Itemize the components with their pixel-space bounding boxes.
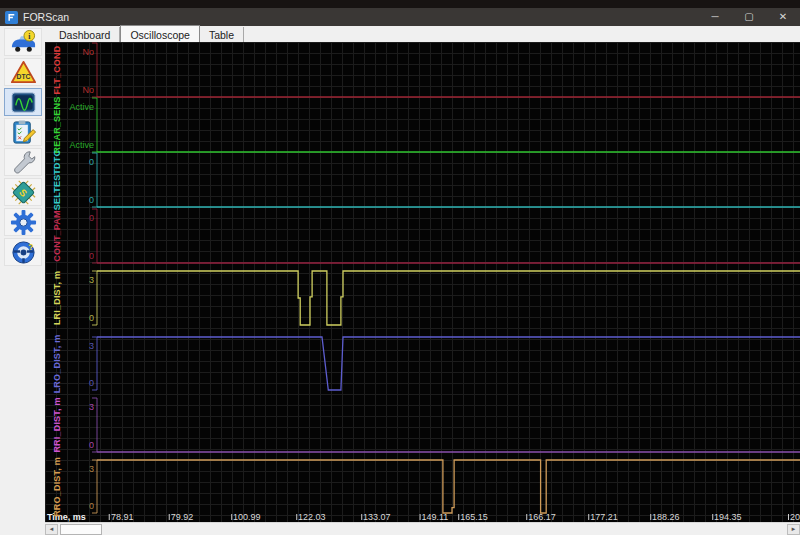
time-tick: 78.91 xyxy=(109,512,134,522)
service-icon xyxy=(10,149,37,176)
oscilloscope-plot: Time, ms FLT_CONDNoNoREAR_SENSActiveActi… xyxy=(45,42,800,522)
time-tick: 20 xyxy=(788,512,800,522)
window-controls: ─ ▢ ✕ xyxy=(698,8,800,26)
forscan-window: FORScan ─ ▢ ✕ iDTCS? DashboardOscillosco… xyxy=(0,0,800,535)
tab-bar: DashboardOscilloscopeTable xyxy=(45,26,800,42)
channel-top-value-7: 3 xyxy=(45,402,94,412)
sidebar-button-help[interactable]: ? xyxy=(4,238,42,266)
channel-bottom-value-8: 0 xyxy=(45,501,94,511)
channel-bottom-value-5: 0 xyxy=(45,313,94,323)
sidebar-button-service[interactable] xyxy=(4,148,42,176)
time-tick: 166.17 xyxy=(526,512,556,522)
sidebar-button-tests[interactable] xyxy=(4,118,42,146)
time-tick: 194.35 xyxy=(712,512,742,522)
channel-bottom-value-6: 0 xyxy=(45,378,94,388)
tab-oscilloscope[interactable]: Oscilloscope xyxy=(120,25,200,42)
time-tick: 177.21 xyxy=(588,512,618,522)
channel-top-value-8: 3 xyxy=(45,464,94,474)
window-title: FORScan xyxy=(23,11,69,23)
channel-bottom-value-1: No xyxy=(45,85,94,95)
oscilloscope-icon xyxy=(10,89,37,116)
title-bar: FORScan xyxy=(0,8,800,26)
scroll-left-button[interactable]: ◄ xyxy=(45,524,58,535)
time-tick: 133.07 xyxy=(361,512,391,522)
sidebar-button-programming[interactable]: S xyxy=(4,178,42,206)
help-icon: ? xyxy=(10,239,37,266)
sidebar-button-oscilloscope[interactable] xyxy=(4,88,42,116)
channel-bottom-value-7: 0 xyxy=(45,440,94,450)
channel-top-value-1: No xyxy=(45,47,94,57)
sidebar: iDTCS? xyxy=(0,26,45,535)
channel-bottom-value-3: 0 xyxy=(45,195,94,205)
time-tick: 165.15 xyxy=(458,512,488,522)
channel-trace-8 xyxy=(97,460,800,513)
channel-top-value-4: 0 xyxy=(45,213,94,223)
app-icon xyxy=(5,11,18,24)
tab-dashboard[interactable]: Dashboard xyxy=(50,27,120,42)
time-tick: 122.03 xyxy=(296,512,326,522)
time-tick: 100.99 xyxy=(231,512,261,522)
channel-top-value-2: Active xyxy=(45,102,94,112)
background-strip xyxy=(0,0,800,8)
tests-icon xyxy=(10,119,37,146)
channel-top-value-6: 3 xyxy=(45,341,94,351)
channel-top-value-5: 3 xyxy=(45,275,94,285)
maximize-button[interactable]: ▢ xyxy=(732,8,766,26)
channel-bottom-value-2: Active xyxy=(45,140,94,150)
sidebar-button-settings[interactable] xyxy=(4,208,42,236)
scroll-thumb[interactable] xyxy=(60,524,102,535)
sidebar-button-vehicle-info[interactable]: i xyxy=(4,28,42,56)
waveform-canvas xyxy=(45,42,800,522)
vehicle-info-icon: i xyxy=(10,29,37,56)
channel-bottom-value-4: 0 xyxy=(45,251,94,261)
settings-icon xyxy=(10,209,37,236)
horizontal-scrollbar[interactable]: ◄ ► xyxy=(45,522,800,535)
time-tick: 149.11 xyxy=(419,512,448,522)
channel-trace-6 xyxy=(97,337,800,390)
scroll-right-button[interactable]: ► xyxy=(787,524,800,535)
time-tick: 188.26 xyxy=(650,512,680,522)
programming-icon: S xyxy=(10,179,37,206)
svg-text:DTC: DTC xyxy=(16,73,30,80)
close-button[interactable]: ✕ xyxy=(766,8,800,26)
time-tick: 79.92 xyxy=(169,512,194,522)
svg-text:?: ? xyxy=(28,241,33,251)
channel-trace-5 xyxy=(97,271,800,325)
tab-table[interactable]: Table xyxy=(200,27,244,42)
dtc-icon: DTC xyxy=(10,59,37,86)
channel-top-value-3: 0 xyxy=(45,157,94,167)
minimize-button[interactable]: ─ xyxy=(698,8,732,26)
sidebar-button-dtc[interactable]: DTC xyxy=(4,58,42,86)
